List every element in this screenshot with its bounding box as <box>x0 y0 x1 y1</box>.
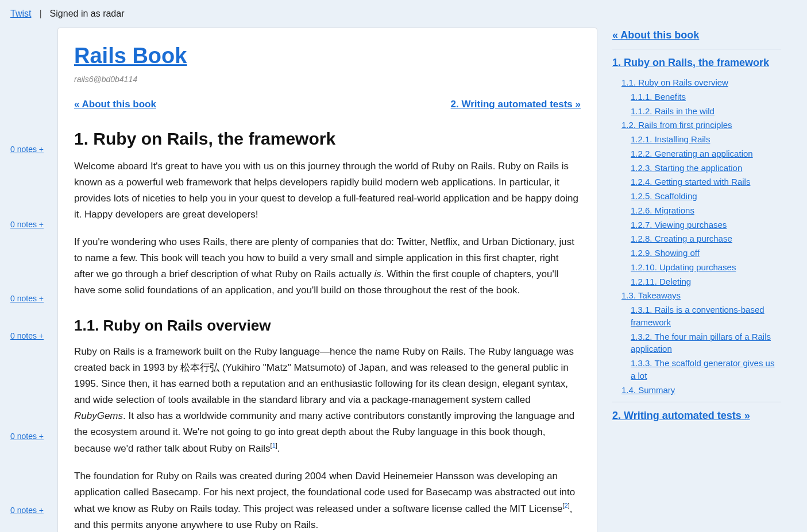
toc-link[interactable]: 1.4. Summary <box>621 385 675 395</box>
main-content: Rails Book rails6@bd0b4114 « About this … <box>57 28 597 532</box>
notes-link[interactable]: 0 notes + <box>10 430 57 442</box>
toc-sublist: 1.1.1. Benefits1.1.2. Rails in the wild <box>621 91 781 118</box>
toc-next-link[interactable]: 2. Writing automated tests » <box>612 410 750 421</box>
paragraph: Welcome aboard It's great to have you wi… <box>74 158 581 223</box>
toc-list: 1.1. Ruby on Rails overview1.1.1. Benefi… <box>612 76 781 396</box>
toc-subitem: 1.2.2. Generating an application <box>631 147 781 160</box>
toc-subitem: 1.2.7. Viewing purchases <box>631 219 781 231</box>
toc-link[interactable]: 1.2.5. Scaffolding <box>631 191 697 201</box>
book-title-link[interactable]: Rails Book <box>74 44 187 68</box>
toc-subitem: 1.1.1. Benefits <box>631 91 781 103</box>
toc-sublist: 1.2.1. Installing Rails1.2.2. Generating… <box>621 133 781 288</box>
toc-link[interactable]: 1.1. Ruby on Rails overview <box>621 77 728 87</box>
notes-link[interactable]: 0 notes + <box>10 143 57 156</box>
toc-link[interactable]: 1.1.1. Benefits <box>631 92 686 102</box>
toc-subitem: 1.1.2. Rails in the wild <box>631 105 781 118</box>
book-meta: rails6@bd0b4114 <box>74 73 581 86</box>
chapter-heading: 1. Ruby on Rails, the framework <box>74 126 581 152</box>
toc-link[interactable]: 1.2.4. Getting started with Rails <box>631 177 750 187</box>
toc-subitem: 1.2.9. Showing off <box>631 247 781 259</box>
notes-link[interactable]: 0 notes + <box>10 504 57 517</box>
toc-link[interactable]: 1.3. Takeaways <box>621 290 681 300</box>
toc-link[interactable]: 1.2.3. Starting the application <box>631 163 742 173</box>
toc-link[interactable]: 1.2.2. Generating an application <box>631 149 753 158</box>
toc-subitem: 1.2.10. Updating purchases <box>631 261 781 274</box>
toc-link[interactable]: 1.2. Rails from first principles <box>621 120 732 130</box>
toc-item: 1.1. Ruby on Rails overview1.1.1. Benefi… <box>621 76 781 117</box>
footnote-link[interactable]: 1 <box>272 442 276 449</box>
divider <box>612 402 781 402</box>
toc-subitem: 1.2.5. Scaffolding <box>631 190 781 203</box>
topbar: Twist | Signed in as radar <box>0 0 807 28</box>
toc-prev-link[interactable]: « About this book <box>612 29 699 41</box>
chapter-nav: « About this book 2. Writing automated t… <box>74 97 581 112</box>
toc-sublist: 1.3.1. Rails is a conventions-based fram… <box>621 304 781 382</box>
toc-subitem: 1.3.3. The scaffold generator gives us a… <box>631 357 781 382</box>
toc-link[interactable]: 1.3.1. Rails is a conventions-based fram… <box>631 305 764 327</box>
notes-gutter: 0 notes +0 notes +0 notes +0 notes +0 no… <box>10 28 57 532</box>
notes-link[interactable]: 0 notes + <box>10 330 57 342</box>
toc-chapter-link[interactable]: 1. Ruby on Rails, the framework <box>612 57 769 68</box>
toc-item: 1.2. Rails from first principles1.2.1. I… <box>621 119 781 288</box>
toc-link[interactable]: 1.2.6. Migrations <box>631 205 694 215</box>
paragraph: Ruby on Rails is a framework built on th… <box>74 344 581 457</box>
toc-link[interactable]: 1.2.1. Installing Rails <box>631 134 710 144</box>
toc-subitem: 1.2.11. Deleting <box>631 275 781 288</box>
footnote-link[interactable]: 2 <box>565 502 568 509</box>
nav-next-link[interactable]: 2. Writing automated tests » <box>451 97 581 112</box>
section-heading: 1.1. Ruby on Rails overview <box>74 314 581 337</box>
toc-subitem: 1.3.1. Rails is a conventions-based fram… <box>631 304 781 329</box>
signed-in-status: Signed in as radar <box>50 7 125 21</box>
toc-item: 1.4. Summary <box>621 384 781 397</box>
toc-link[interactable]: 1.3.2. The four main pillars of a Rails … <box>631 332 771 354</box>
toc-link[interactable]: 1.1.2. Rails in the wild <box>631 106 715 116</box>
toc-subitem: 1.2.1. Installing Rails <box>631 133 781 146</box>
toc-link[interactable]: 1.2.9. Showing off <box>631 248 700 258</box>
toc-subitem: 1.2.3. Starting the application <box>631 162 781 174</box>
notes-link[interactable]: 0 notes + <box>10 219 57 231</box>
toc-link[interactable]: 1.2.10. Updating purchases <box>631 262 736 272</box>
toc-link[interactable]: 1.3.3. The scaffold generator gives us a… <box>631 358 774 380</box>
toc-link[interactable]: 1.2.11. Deleting <box>631 277 691 286</box>
paragraph: The foundation for Ruby on Rails was cre… <box>74 468 581 532</box>
toc-subitem: 1.2.4. Getting started with Rails <box>631 176 781 188</box>
toc-subitem: 1.3.2. The four main pillars of a Rails … <box>631 331 781 356</box>
toc-link[interactable]: 1.2.8. Creating a purchase <box>631 234 732 243</box>
toc-subitem: 1.2.6. Migrations <box>631 204 781 217</box>
toc-sidebar: « About this book 1. Ruby on Rails, the … <box>597 28 781 429</box>
nav-prev-link[interactable]: « About this book <box>74 97 156 112</box>
toc-link[interactable]: 1.2.7. Viewing purchases <box>631 220 727 230</box>
divider <box>612 49 781 49</box>
paragraph: If you're wondering who uses Rails, ther… <box>74 234 581 298</box>
brand-link[interactable]: Twist <box>10 7 31 21</box>
notes-link[interactable]: 0 notes + <box>10 293 57 305</box>
toc-subitem: 1.2.8. Creating a purchase <box>631 232 781 245</box>
topbar-separator: | <box>39 7 41 21</box>
toc-item: 1.3. Takeaways1.3.1. Rails is a conventi… <box>621 289 781 382</box>
